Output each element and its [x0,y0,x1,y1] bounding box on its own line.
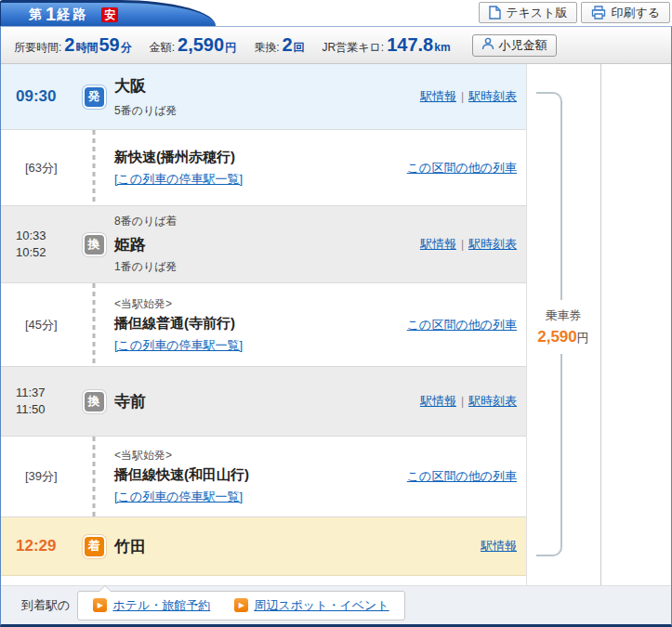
arrival-badge: 着 [83,535,106,558]
route-detail-panel: 所要時間: 2 時間 59 分 金額: 2,590 円 乗換: 2 回 JR営業… [0,26,672,627]
station-name: 大阪 [114,75,420,97]
train-name: 播但線快速(和田山行) [114,466,407,484]
station-info-link[interactable]: 駅情報 [481,539,517,553]
segment-duration: [45分] [1,317,73,333]
transfer-badge: 換 [83,233,106,256]
departure-time: 09:30 [16,87,56,105]
fare-amount: 2,590 [537,328,577,346]
segment-duration: [63分] [1,160,73,176]
ticket-type-label: 乗車券 [529,307,598,324]
child-fare-button[interactable]: 小児金額 [472,34,557,57]
tab-route-1[interactable]: 第1経路 安 [0,0,216,26]
other-trains-link[interactable]: この区間の他の列車 [407,318,517,332]
hotel-link-item: ▶ ホテル・旅館予約 [93,597,210,614]
transfer-badge: 換 [83,390,106,413]
print-button[interactable]: 印刷する [581,2,670,23]
station-timetable-link[interactable]: 駅時刻表 [468,89,517,103]
train-segment-row: [63分] 新快速(播州赤穂行) [この列車の停車駅一覧] この区間の他の列車 [1,130,526,206]
route-result-page: 第1経路 安 テキスト版 印刷する 所要時間: 2 [0,0,672,627]
station-name: 姫路 [114,234,420,255]
print-label: 印刷する [611,5,660,21]
other-trains-link[interactable]: この区間の他の列車 [407,161,517,175]
station-info-link[interactable]: 駅情報 [420,89,456,103]
summary-duration: 所要時間: 2 時間 59 分 [14,34,133,56]
station-row-arrival: 12:29 着 竹田 駅情報 [1,517,526,576]
spots-link-item: ▶ 周辺スポット・イベント [234,597,389,614]
platform-arrival: 8番のりば着 [114,214,178,229]
document-icon [489,6,501,20]
footer-bar: 到着駅の ▶ ホテル・旅館予約 ▶ 周辺スポット・イベント [1,585,671,624]
route-dashed-line [93,283,96,366]
departure-time: 10:52 [16,244,73,261]
footer-links-box: ▶ ホテル・旅館予約 ▶ 周辺スポット・イベント [77,591,404,620]
station-row-departure: 09:30 発 大阪 5番のりば発 駅情報|駅時刻表 [1,64,526,130]
train-name: 播但線普通(寺前行) [114,315,407,333]
station-timetable-link[interactable]: 駅時刻表 [468,394,517,408]
top-bar: 第1経路 安 テキスト版 印刷する [0,0,672,26]
station-info-link[interactable]: 駅情報 [420,394,456,408]
summary-distance: JR営業キロ: 147.8 km [323,34,452,56]
route-dashed-line [93,130,96,205]
top-buttons: テキスト版 印刷する [479,2,670,23]
train-segment-row: [45分] <当駅始発> 播但線普通(寺前行) [この列車の停車駅一覧] この区… [1,283,526,367]
fare-label: 乗車券 2,590円 [529,300,598,354]
text-version-label: テキスト版 [506,5,567,21]
departure-badge: 発 [83,85,106,109]
arrival-time: 12:29 [16,537,56,555]
person-icon [481,37,494,53]
summary-fare: 金額: 2,590 円 [150,34,237,56]
cheapest-badge: 安 [101,7,118,22]
route-dashed-line [93,437,96,516]
arrow-icon: ▶ [93,598,107,612]
arrival-time: 10:33 [16,228,73,244]
other-trains-link[interactable]: この区間の他の列車 [407,469,517,483]
train-segment-row: [39分] <当駅始発> 播但線快速(和田山行) [この列車の停車駅一覧] この… [1,437,526,517]
summary-bar: 所要時間: 2 時間 59 分 金額: 2,590 円 乗換: 2 回 JR営業… [1,27,671,64]
route-content: 09:30 発 大阪 5番のりば発 駅情報|駅時刻表 [63分] [1,64,671,586]
station-row-transfer: 8番のりば着 10:33 10:52 換 姫路 駅情報|駅時刻表 1番のりば発 [1,206,526,283]
summary-transfers: 乗換: 2 回 [254,34,305,56]
origin-note: <当駅始発> [114,448,407,464]
station-name: 寺前 [114,391,420,412]
arrival-time: 11:37 [16,385,73,401]
platform-departure: 5番のりば発 [114,103,420,119]
origin-note: <当駅始発> [114,296,407,312]
station-info-link[interactable]: 駅情報 [420,237,456,251]
train-stops-link[interactable]: [この列車の停車駅一覧] [114,338,243,352]
station-timetable-link[interactable]: 駅時刻表 [468,237,517,251]
departure-time: 11:50 [16,401,73,418]
train-stops-link[interactable]: [この列車の停車駅一覧] [114,172,243,186]
train-stops-link[interactable]: [この列車の停車駅一覧] [114,490,243,503]
route-rows: 09:30 発 大阪 5番のりば発 駅情報|駅時刻表 [63分] [1,64,526,576]
fare-panel: 乗車券 2,590円 [526,64,601,586]
child-fare-label: 小児金額 [499,37,547,54]
segment-duration: [39分] [1,468,73,485]
station-row-transfer: 11:37 11:50 換 寺前 駅情報|駅時刻表 [1,367,526,437]
text-version-button[interactable]: テキスト版 [479,2,577,23]
hotel-reservation-link[interactable]: ホテル・旅館予約 [112,597,210,614]
train-name: 新快速(播州赤穂行) [114,149,407,166]
arrival-station-prefix: 到着駅の [21,597,70,614]
route-tab-title: 第1経路 [29,4,88,25]
arrow-icon: ▶ [234,598,248,612]
platform-departure: 1番のりば発 [114,259,178,275]
nearby-spots-link[interactable]: 周辺スポット・イベント [254,597,389,614]
printer-icon [591,6,606,20]
station-name: 竹田 [114,536,481,557]
